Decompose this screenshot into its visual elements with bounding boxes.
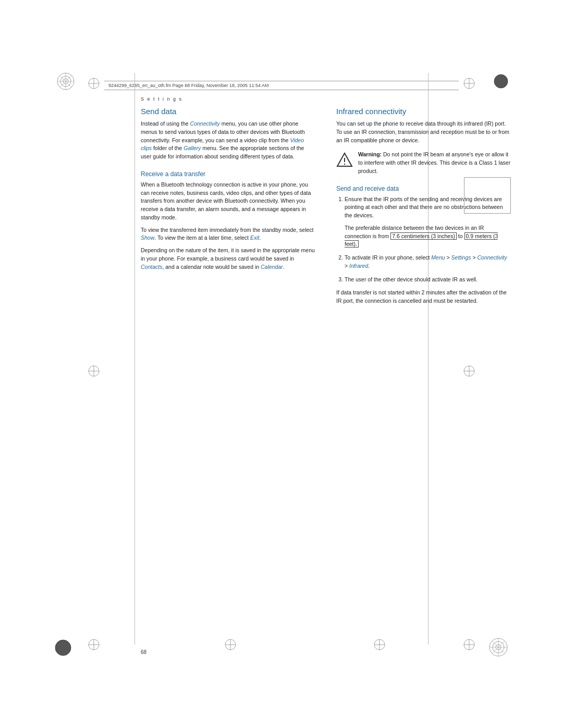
header-file-info: 9244299_6265_en_au_oth.fm Page 68 Friday… (108, 83, 269, 88)
connectivity-ir-link[interactable]: Connectivity (478, 254, 507, 261)
contacts-link[interactable]: Contacts (141, 264, 162, 270)
reg-mark-bottom-right (463, 638, 475, 651)
distance-para: The preferable distance between the two … (345, 224, 511, 249)
show-link[interactable]: Show (141, 235, 154, 241)
svg-point-13 (494, 75, 508, 88)
reg-mark-top-right (463, 77, 475, 90)
infrared-para1: You can set up the phone to receive data… (336, 120, 511, 144)
page-number: 68 (141, 649, 146, 655)
menu-link[interactable]: Menu (431, 254, 445, 261)
receive-data-heading: Receive a data transfer (141, 170, 315, 178)
deco-circle-bottom-outer-right (488, 637, 508, 657)
section-label: S e t t i n g s (141, 96, 182, 102)
reg-mark-bottom-center-right (373, 638, 386, 651)
warning-text: Warning: Do not point the IR beam at any… (358, 151, 511, 175)
infrared-link[interactable]: Infrared (349, 263, 368, 269)
ir-box-deco (464, 177, 511, 214)
warning-box: Warning: Do not point the IR beam at any… (336, 151, 511, 175)
receive-data-para1: When a Bluetooth technology connection i… (141, 181, 315, 222)
video-clips-link[interactable]: Video clips (141, 137, 304, 152)
reg-mark-bottom-center-left (224, 638, 237, 651)
send-data-heading: Send data (141, 107, 315, 116)
send-data-para1: Instead of using the Connectivity menu, … (141, 120, 315, 161)
vert-line-left (134, 73, 135, 645)
settings-link[interactable]: Settings (451, 254, 471, 261)
distance-highlight-1: 7.6 centimeters (3 inches) (390, 232, 457, 240)
reg-mark-mid-left (88, 365, 100, 377)
receive-data-para3: Depending on the nature of the item, it … (141, 246, 315, 271)
svg-point-16 (344, 164, 345, 165)
connectivity-link[interactable]: Connectivity (190, 120, 220, 127)
warning-icon (336, 152, 353, 168)
exit-link[interactable]: Exit (250, 235, 260, 241)
receive-data-para2: To view the transferred item immediately… (141, 226, 315, 243)
final-para: If data transfer is not started within 2… (336, 289, 511, 305)
deco-circle-top-outer-right (494, 74, 508, 89)
list-item-2: To activate IR in your phone, select Men… (345, 254, 511, 270)
left-column: Send data Instead of using the Connectiv… (141, 107, 315, 634)
content-area: Send data Instead of using the Connectiv… (141, 107, 511, 634)
list-item-3: The user of the other device should acti… (345, 276, 511, 284)
reg-mark-top-left (88, 77, 100, 90)
warning-label: Warning: (358, 151, 382, 157)
svg-point-20 (55, 640, 71, 656)
header-bar: 9244299_6265_en_au_oth.fm Page 68 Friday… (104, 81, 459, 90)
reg-mark-mid-right (463, 365, 475, 377)
calendar-link[interactable]: Calendar (261, 264, 283, 270)
gallery-link[interactable]: Gallery (183, 145, 201, 151)
deco-circle-top-outer-left (56, 72, 75, 91)
reg-mark-bottom-left (88, 638, 100, 651)
infrared-connectivity-heading: Infrared connectivity (336, 107, 511, 116)
deco-circle-bottom-outer-left (55, 639, 71, 656)
